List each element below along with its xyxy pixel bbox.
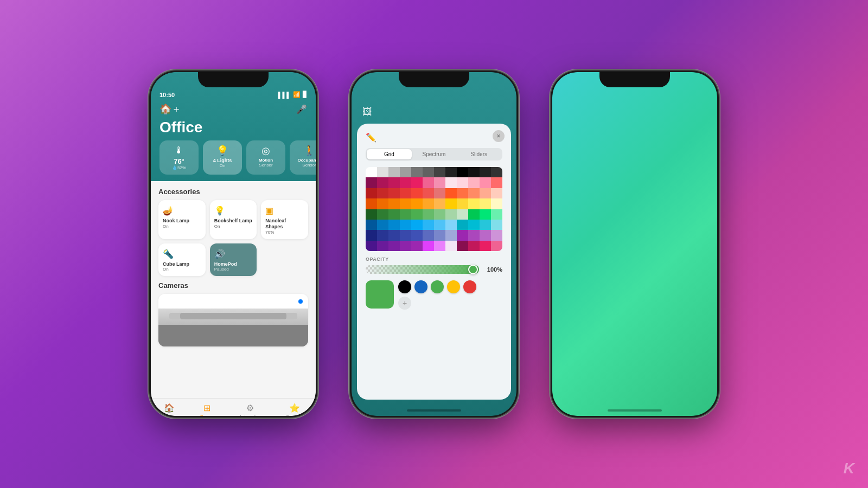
lights-label: On (207, 163, 238, 168)
bookshelf-icon: 💡 (214, 206, 253, 216)
opacity-fill (366, 265, 479, 274)
thermometer-icon: 🌡 (164, 145, 194, 156)
camera-preview (158, 309, 308, 346)
nanoleaf-status: 70% (265, 230, 304, 235)
nook-lamp-name: Nook Lamp (163, 218, 201, 224)
nanoleaf-card[interactable]: ▣ Nanoleaf Shapes 70% (261, 200, 308, 239)
camera-name: Security Camera (164, 298, 204, 304)
nanoleaf-icon: ▣ (265, 206, 304, 216)
room-title: Office (159, 119, 307, 136)
opacity-thumb[interactable] (468, 265, 478, 274)
status-bar: 10:50 ▌▌▌ 📶 ▊ (159, 91, 307, 98)
add-swatch-button[interactable]: + (398, 297, 411, 310)
homepod-card[interactable]: 🔊 HomePod Paused (210, 243, 257, 277)
cube-lamp-name: Cube Lamp (163, 261, 201, 267)
notch (198, 72, 269, 87)
occupancy-label: Sensor (294, 163, 316, 168)
gradient-screen (552, 72, 717, 416)
nook-lamp-card[interactable]: 🪔 Nook Lamp On (158, 200, 206, 239)
color-picker-screen: 🖼 ⊞ × ✏️ Grid Spectrum Sliders (352, 72, 516, 416)
notch-2 (399, 72, 469, 87)
rooms-nav-icon: ⊞ (203, 403, 210, 413)
humidity-label: 💧52% (164, 165, 194, 170)
voice-icon[interactable]: 🎤 (296, 104, 307, 114)
bookshelf-lamp-card[interactable]: 💡 Bookshelf Lamp On (210, 200, 257, 239)
opacity-value: 100% (483, 266, 502, 273)
occupancy-tile[interactable]: 🚶 Occupancy Sensor (290, 140, 316, 175)
homepod-status: Paused (214, 267, 253, 272)
automation-nav-icon: ⚙ (246, 403, 254, 413)
homepod-icon: 🔊 (214, 249, 253, 259)
selected-swatch[interactable] (366, 280, 394, 309)
nav-automation[interactable]: ⚙ Automation (239, 403, 261, 416)
signal-icon: ▌▌▌ (278, 92, 291, 98)
notch-3 (599, 72, 670, 87)
swatch-blue[interactable] (414, 280, 427, 293)
home-icon[interactable]: 🏠 (159, 103, 171, 115)
nav-home[interactable]: 🏠 Home (163, 403, 175, 416)
lights-tile[interactable]: 💡 4 Lights On (203, 140, 242, 175)
cameras-section-title: Cameras (158, 281, 308, 290)
phone-3 (551, 70, 719, 418)
temperature-value: 76° (164, 157, 194, 165)
wifi-icon: 📶 (293, 91, 301, 98)
discover-nav-label: Discover (286, 414, 303, 416)
brand-watermark: K (844, 460, 854, 477)
add-icon[interactable]: ＋ (171, 102, 181, 115)
phone-1: 10:50 ▌▌▌ 📶 ▊ 🏠 ＋ 🎤 Office (149, 70, 317, 418)
cube-lamp-card[interactable]: 🔦 Cube Lamp On (158, 243, 206, 277)
automation-nav-label: Automation (239, 414, 261, 416)
grid-tab[interactable]: Grid (367, 149, 412, 159)
temperature-tile[interactable]: 🌡 76° 💧52% (159, 140, 199, 175)
motion-label: Sensor (251, 163, 281, 168)
discover-nav-icon: ⭐ (289, 403, 300, 413)
camera-header: Security Camera (158, 294, 308, 309)
swatch-black[interactable] (398, 280, 411, 293)
time-label: 10:50 (159, 92, 175, 98)
opacity-row: 100% (366, 265, 502, 274)
cube-lamp-status: On (163, 267, 201, 272)
homepod-name: HomePod (214, 261, 253, 267)
person-icon: 🚶 (294, 145, 316, 157)
swatch-circles (398, 280, 476, 293)
opacity-label: OPACITY (366, 256, 502, 262)
close-button[interactable]: × (493, 130, 505, 142)
lamp-icon: 🪔 (163, 206, 201, 216)
battery-icon: ▊ (303, 91, 307, 98)
bookshelf-lamp-status: On (214, 224, 253, 229)
home-indicator-3 (608, 409, 662, 412)
occupancy-value: Occupancy (294, 158, 316, 163)
color-picker-sheet: × ✏️ Grid Spectrum Sliders OPACITY (357, 124, 511, 400)
motion-icon: ◎ (251, 145, 281, 157)
motion-tile[interactable]: ◎ Motion Sensor (246, 140, 285, 175)
nanoleaf-name: Nanoleaf Shapes (265, 218, 304, 230)
motion-value: Motion (251, 158, 281, 163)
accessories-grid: 🪔 Nook Lamp On 💡 Bookshelf Lamp On ▣ Nan… (158, 200, 308, 276)
camera-active-dot (298, 299, 303, 304)
lightbulb-icon: 💡 (207, 145, 238, 157)
status-tiles: 🌡 76° 💧52% 💡 4 Lights On ◎ Motion (159, 140, 307, 175)
swatch-green[interactable] (431, 280, 444, 293)
spectrum-tab[interactable]: Spectrum (412, 149, 457, 159)
nav-discover[interactable]: ⭐ Discover (286, 403, 303, 416)
bookshelf-lamp-name: Bookshelf Lamp (214, 218, 253, 224)
cube-icon: 🔦 (163, 249, 201, 259)
nav-rooms[interactable]: ⊞ Rooms (200, 403, 214, 416)
home-indicator-2 (407, 409, 461, 412)
accessories-section-title: Accessories (158, 188, 308, 196)
security-camera-card[interactable]: Security Camera (158, 294, 308, 346)
color-grid[interactable] (366, 167, 502, 251)
swatch-yellow[interactable] (447, 280, 460, 293)
sliders-tab[interactable]: Sliders (456, 149, 501, 159)
home-nav-icon: 🏠 (164, 403, 175, 413)
pencil-icon: ✏️ (366, 132, 502, 143)
picker-tabs: Grid Spectrum Sliders (366, 148, 502, 160)
phone-2: 🖼 ⊞ × ✏️ Grid Spectrum Sliders (350, 70, 518, 418)
bottom-navigation: 🏠 Home ⊞ Rooms ⚙ Automation ⭐ Discover (151, 398, 316, 416)
home-nav-label: Home (163, 414, 175, 416)
home-nav: 🏠 ＋ 🎤 (159, 102, 307, 115)
rooms-nav-label: Rooms (200, 414, 214, 416)
opacity-track[interactable] (366, 265, 479, 274)
gallery-icon: 🖼 (362, 106, 372, 118)
swatch-red[interactable] (463, 280, 476, 293)
